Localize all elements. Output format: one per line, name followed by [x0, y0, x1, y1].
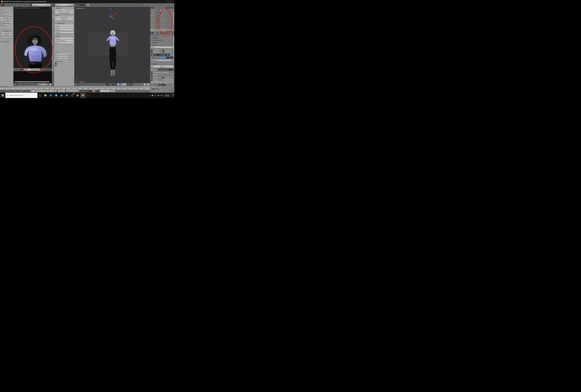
outliner-row[interactable]: ⊕ cuerpo |: [150, 14, 174, 16]
edit-button[interactable]: Borrar: [55, 42, 74, 44]
menu-item[interactable]: Nodo: [34, 84, 38, 85]
visibility-eye-icon[interactable]: [166, 21, 169, 24]
menu-item[interactable]: Objeto: [96, 84, 100, 85]
tab-render[interactable]: [154, 32, 156, 34]
transform-button[interactable]: Escalar: [55, 29, 74, 31]
minimize-button[interactable]: –: [163, 0, 166, 3]
playback-button[interactable]: ▶▶: [74, 90, 77, 92]
vector-axis-field[interactable]: ◂Z: 0.000▸: [55, 58, 74, 60]
playback-button[interactable]: |◀◀: [66, 90, 68, 92]
pivot-point-selector[interactable]: ▲▼: [113, 83, 117, 86]
vector-axis-field[interactable]: ◂X: 0.000▸: [55, 53, 74, 55]
menu-item[interactable]: Vista: [154, 7, 158, 8]
new-image-button[interactable]: +: [34, 69, 36, 71]
shelf-tab[interactable]: Animación: [52, 35, 54, 43]
iterations-stepper[interactable]: ◂Iteracio:1▸: [1, 34, 12, 36]
record-button[interactable]: [93, 90, 95, 92]
outliner-display-selector[interactable]: ▲▼: [150, 7, 154, 9]
collapsed-panel-header[interactable]: ►Metadatos: [151, 41, 174, 44]
brush-scroll-down-button[interactable]: ▼: [11, 9, 13, 11]
render-border-icon[interactable]: [146, 83, 147, 86]
transform-button[interactable]: Mover: [55, 25, 74, 27]
ao-preview-icon[interactable]: [148, 83, 150, 86]
renderability-camera-icon[interactable]: [172, 26, 174, 28]
expand-panel-icon[interactable]: +: [50, 7, 51, 9]
node-editor-type-icon[interactable]: ▲▼: [14, 83, 17, 86]
checkbox-row[interactable]: Marcador de ...: [151, 51, 162, 53]
bake-button[interactable]: Capturar: [151, 65, 174, 68]
transform-button[interactable]: Rotar: [55, 27, 74, 29]
renderability-camera-icon[interactable]: [172, 9, 174, 11]
expand-icon[interactable]: ⊕: [152, 27, 152, 28]
object-name[interactable]: cuerpo: [156, 14, 160, 16]
open-image-button[interactable]: [36, 69, 38, 71]
menu-item[interactable]: Seleccionar: [21, 84, 28, 85]
expand-icon[interactable]: ⊕: [152, 24, 152, 25]
chrome-icon[interactable]: [75, 93, 80, 98]
checkbox[interactable]: [162, 51, 164, 53]
scene-selector[interactable]: Scene: [55, 4, 69, 6]
taskbar-search-input[interactable]: Escribe aquí para buscar: [5, 93, 38, 98]
layout-add-button[interactable]: +: [46, 4, 48, 6]
menu-item[interactable]: Ayuda: [23, 4, 28, 6]
menu-item[interactable]: Reproducción: [22, 90, 30, 92]
volume-icon[interactable]: [157, 93, 160, 98]
animate-hand-icon[interactable]: »: [11, 17, 13, 19]
channel-option[interactable]: BW: [162, 54, 166, 56]
shelf-tab[interactable]: Herramientas: [52, 7, 54, 18]
man-scale-icon[interactable]: [124, 83, 126, 86]
renderability-camera-icon[interactable]: [172, 28, 174, 31]
compression-slider[interactable]: Compresión: 15%: [151, 59, 174, 61]
value-stepper[interactable]: ◂0▸: [1, 36, 6, 38]
shader-nodes-tab[interactable]: [38, 83, 40, 86]
outliner-row[interactable]: ⊕ pelo |: [150, 26, 174, 28]
properties-vscrollbar[interactable]: [173, 36, 174, 58]
depth-option[interactable]: 8: [159, 56, 166, 59]
lock-icon[interactable]: [144, 83, 145, 86]
add-brush-icon[interactable]: ⊕: [4, 11, 5, 13]
playback-button[interactable]: ◀: [70, 90, 72, 92]
file-format-selector[interactable]: PNG▲▼: [151, 54, 161, 56]
timeline-editor-type-icon[interactable]: ▲▼: [0, 90, 4, 92]
image-browse-icon[interactable]: ▲▼: [20, 69, 23, 71]
selectability-cursor-icon[interactable]: [170, 11, 173, 14]
freestyle-checkbox[interactable]: [152, 88, 154, 90]
checkbox-row[interactable]: Resultado a c...: [162, 51, 174, 53]
axis-checkbox-row[interactable]: Y: [55, 65, 74, 66]
collapsed-panel-header[interactable]: ►Rendimiento: [151, 37, 174, 39]
maximize-button[interactable]: ❒: [166, 0, 170, 3]
man-rotate-icon[interactable]: [122, 83, 124, 86]
shelf-tab[interactable]: Relaciones: [52, 26, 54, 34]
checkbox[interactable]: [151, 79, 152, 81]
panel-drag-dots[interactable]: [172, 35, 174, 36]
visibility-eye-icon[interactable]: [166, 28, 169, 31]
collapsed-panel-header[interactable]: ►Sombreado: [151, 35, 174, 37]
menu-item[interactable]: Ventana: [17, 4, 23, 6]
visibility-eye-icon[interactable]: [168, 11, 170, 14]
brush-scroll-up-button[interactable]: ▲: [11, 7, 13, 9]
brush-curves-panel-header[interactable]: ►Curvas de pinc: [0, 41, 13, 42]
active-keying-set-field[interactable]: [100, 90, 110, 92]
panel-drag-dots[interactable]: [72, 8, 74, 9]
render-engine-selector[interactable]: Interno: [75, 4, 85, 6]
value-slider-2[interactable]: 0.: [6, 36, 12, 38]
tray-chevron-icon[interactable]: ∧: [148, 93, 151, 98]
blender-taskbar-icon[interactable]: [80, 93, 86, 98]
menu-item[interactable]: Agregar: [28, 84, 34, 85]
visibility-eye-icon[interactable]: [166, 19, 169, 21]
tab-scene[interactable]: [158, 32, 160, 34]
pivot-selector[interactable]: ▲▼: [48, 69, 51, 71]
collapsed-panel-header[interactable]: ►Pos procesamiento: [151, 39, 174, 41]
layout-delete-button[interactable]: ✕: [48, 4, 50, 6]
animate-hand-icon[interactable]: »: [11, 24, 13, 26]
character-model[interactable]: [106, 30, 120, 81]
playback-button[interactable]: ◀◀: [68, 90, 70, 92]
app-c1-icon[interactable]: C: [59, 93, 64, 98]
task-view-button[interactable]: [38, 93, 43, 98]
visibility-eye-icon[interactable]: [166, 9, 169, 11]
outliner-filter-selector[interactable]: Todas las escena: [165, 7, 174, 9]
selectability-cursor-icon[interactable]: [169, 24, 172, 26]
menu-item[interactable]: Agregar: [90, 84, 96, 85]
expand-icon[interactable]: ⊕: [152, 19, 152, 21]
repeat-last-button[interactable]: Repetir lo último: [55, 16, 74, 18]
